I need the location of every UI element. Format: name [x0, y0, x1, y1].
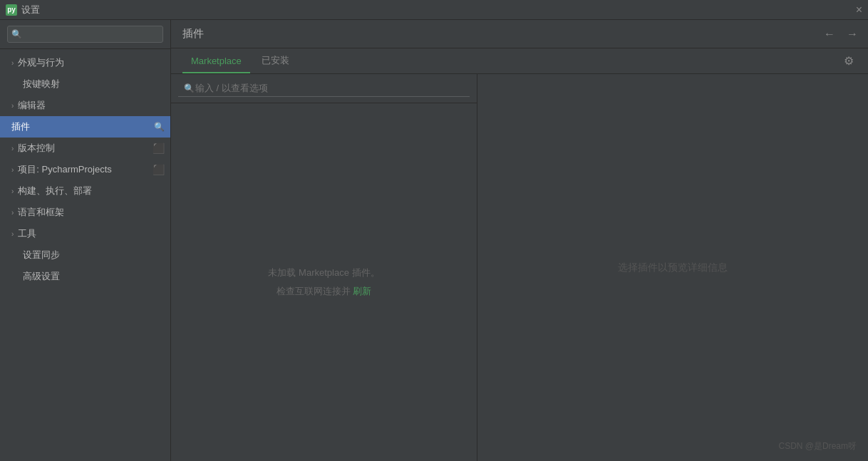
sidebar-item-label: 编辑器 [18, 99, 46, 112]
project-nav-icon: ⬛ [153, 164, 165, 175]
header-nav-buttons: ← → [820, 26, 862, 42]
sidebar-item-label: 插件 [11, 120, 30, 133]
tabs-row: Marketplace 已安装 ⚙ [171, 48, 868, 74]
content-header-title: 插件 [182, 27, 204, 41]
plugin-search-bar: 🔍 [171, 74, 477, 103]
sidebar-item-label: 构建、执行、部署 [18, 185, 92, 197]
title-bar-text: 设置 [21, 4, 40, 16]
sidebar-item-project[interactable]: › 项目: PycharmProjects ⬛ [0, 159, 170, 180]
forward-button[interactable]: → [842, 26, 862, 42]
arrow-icon: › [11, 187, 14, 195]
arrow-icon: › [11, 145, 14, 152]
refresh-link[interactable]: 刷新 [353, 286, 371, 296]
sidebar-item-label: 设置同步 [23, 249, 60, 260]
plugin-area: Marketplace 已安装 ⚙ 🔍 [171, 48, 868, 461]
arrow-icon: › [11, 166, 14, 174]
sidebar-item-label: 语言和框架 [18, 206, 64, 219]
content-header: 插件 ← → [171, 20, 868, 48]
sidebar-item-keymap[interactable]: 按键映射 [0, 73, 170, 95]
sidebar-item-label: 工具 [18, 227, 36, 240]
title-bar: py 设置 × [0, 0, 868, 20]
sidebar-item-label: 外观与行为 [18, 56, 64, 69]
sidebar-item-label: 版本控制 [18, 142, 55, 155]
plugin-nav-icon: 🔍 [154, 122, 165, 132]
empty-state-line2: 检查互联网连接并 刷新 [277, 285, 372, 298]
sidebar: 🔍 › 外观与行为 按键映射 › 编辑器 插件 🔍 [0, 20, 171, 461]
sidebar-search-input[interactable] [7, 26, 163, 43]
sidebar-item-label: 项目: PycharmProjects [18, 163, 111, 176]
sidebar-item-appearance[interactable]: › 外观与行为 [0, 52, 170, 73]
tab-marketplace[interactable]: Marketplace [182, 50, 250, 73]
plugin-search-input[interactable] [178, 80, 470, 97]
main-container: 🔍 › 外观与行为 按键映射 › 编辑器 插件 🔍 [0, 20, 868, 461]
vcs-nav-icon: ⬛ [153, 143, 165, 154]
sidebar-item-build[interactable]: › 构建、执行、部署 [0, 180, 170, 202]
app-icon: py [6, 4, 17, 16]
sidebar-item-label: 按键映射 [23, 78, 60, 89]
tab-installed[interactable]: 已安装 [253, 48, 298, 74]
sidebar-item-plugins[interactable]: 插件 🔍 [0, 116, 170, 138]
sidebar-item-vcs[interactable]: › 版本控制 ⬛ [0, 138, 170, 159]
sidebar-item-lang[interactable]: › 语言和框架 [0, 202, 170, 223]
gear-icon[interactable]: ⚙ [841, 51, 857, 71]
plugin-content: 🔍 未加载 Marketplace 插件。 检查互联网连接并 刷新 选择插件以预… [171, 74, 868, 461]
plugin-list-empty: 未加载 Marketplace 插件。 检查互联网连接并 刷新 [171, 103, 477, 461]
sidebar-search-icon: 🔍 [11, 29, 22, 39]
sidebar-search-area: 🔍 [0, 20, 170, 49]
sidebar-nav: › 外观与行为 按键映射 › 编辑器 插件 🔍 › 版本控制 ⬛ [0, 49, 170, 461]
back-button[interactable]: ← [820, 26, 839, 42]
content-area: 插件 ← → Marketplace 已安装 ⚙ [171, 20, 868, 461]
plugin-search-icon: 🔍 [184, 83, 195, 93]
arrow-icon: › [11, 230, 14, 238]
detail-hint: 选择插件以预览详细信息 [618, 261, 728, 274]
watermark: CSDN @是Dream呀 [778, 440, 857, 452]
plugin-detail-panel: 选择插件以预览详细信息 [477, 74, 868, 461]
arrow-icon: › [11, 102, 14, 110]
arrow-icon: › [11, 209, 14, 217]
arrow-icon: › [11, 59, 14, 67]
close-button[interactable]: × [856, 4, 862, 16]
sidebar-item-label: 高级设置 [23, 271, 60, 281]
sidebar-item-editor[interactable]: › 编辑器 [0, 95, 170, 116]
sidebar-item-sync[interactable]: 设置同步 [0, 244, 170, 266]
empty-state-line1: 未加载 Marketplace 插件。 [268, 266, 379, 279]
plugin-list-panel: 🔍 未加载 Marketplace 插件。 检查互联网连接并 刷新 [171, 74, 477, 461]
sidebar-item-advanced[interactable]: 高级设置 [0, 266, 170, 287]
sidebar-item-tools[interactable]: › 工具 [0, 223, 170, 244]
